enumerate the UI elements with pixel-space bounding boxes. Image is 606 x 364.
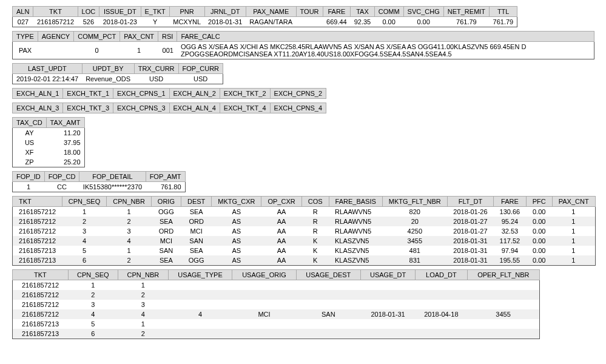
cell: AS bbox=[212, 207, 261, 217]
cell: SEA bbox=[181, 207, 211, 217]
col-e-tkt: E_TKT bbox=[141, 7, 169, 17]
cell: 97.94 bbox=[494, 246, 527, 255]
cell: 761.79 bbox=[490, 17, 517, 27]
cell-fare-calc: OGG AS X/SEA AS X/CHI AS MKC258.45RLAAWV… bbox=[177, 42, 594, 59]
cell: 92.35 bbox=[351, 17, 375, 27]
cell: AA bbox=[261, 255, 301, 266]
col: FARE_BASIS bbox=[329, 197, 382, 207]
cell: 4 bbox=[107, 236, 152, 246]
col: OP_CXR bbox=[261, 197, 301, 207]
cell: 761.79 bbox=[443, 17, 489, 27]
ticket-header-row: 02721618572125262018-01-23YMCXYNL2018-01… bbox=[13, 17, 517, 27]
col: PAX_CNT bbox=[552, 197, 595, 207]
cell: 2018-01-26 bbox=[447, 207, 493, 217]
cell: 2161857212 bbox=[13, 280, 69, 291]
col-jrnl-dt: JRNL_DT bbox=[204, 7, 246, 17]
col-comm: COMM bbox=[374, 7, 403, 17]
fop-row: 1CCIK515380******2370761.80 bbox=[13, 182, 186, 192]
cell: AA bbox=[261, 217, 301, 226]
col: EXCH_TKT_3 bbox=[63, 103, 113, 113]
col-svc-chg: SVC_CHG bbox=[403, 7, 443, 17]
col-fop-curr: FOP_CURR bbox=[178, 64, 223, 74]
exch34-cols: EXCH_ALN_3EXCH_TKT_3EXCH_CPNS_3EXCH_ALN_… bbox=[13, 103, 326, 113]
col-net-remit: NET_REMIT bbox=[443, 7, 489, 17]
col-fare-calc: FARE_CALC bbox=[177, 32, 594, 42]
cell: 11.20 bbox=[46, 128, 84, 138]
cell: SAN bbox=[181, 236, 211, 246]
cell: 0.00 bbox=[526, 217, 552, 226]
cell: K bbox=[301, 255, 329, 266]
cell: 1 bbox=[68, 280, 118, 291]
col-rsi: RSI bbox=[158, 32, 177, 42]
cell: ORD bbox=[181, 217, 211, 226]
col-fop-detail: FOP_DETAIL bbox=[79, 172, 146, 182]
cell: 2018-01-27 bbox=[447, 217, 493, 226]
cell: 2161857213 bbox=[13, 246, 62, 255]
cell: Y bbox=[141, 17, 169, 27]
col-last-updt: LAST_UPDT bbox=[13, 64, 82, 74]
cell: R bbox=[301, 217, 329, 226]
cell bbox=[232, 329, 296, 339]
cell: 6 bbox=[68, 329, 118, 339]
col: MKTG_FLT_NBR bbox=[382, 197, 447, 207]
cell: 1 bbox=[13, 182, 45, 192]
cell: 18.00 bbox=[46, 147, 84, 157]
agency-table: TYPEAGENCYCOMM_PCTPAX_CNTRSIFARE_CALC PA… bbox=[12, 31, 594, 59]
col-pax-name: PAX_NAME bbox=[246, 7, 296, 17]
col: EXCH_ALN_1 bbox=[13, 89, 63, 99]
cell: 2161857212 bbox=[13, 207, 62, 217]
cell bbox=[467, 280, 539, 291]
cell bbox=[296, 319, 361, 329]
agency-cols: TYPEAGENCYCOMM_PCTPAX_CNTRSIFARE_CALC bbox=[13, 32, 594, 42]
col: EXCH_CPNS_4 bbox=[270, 103, 326, 113]
cell: 117.52 bbox=[494, 236, 527, 246]
col: USAGE_ORIG bbox=[232, 270, 296, 280]
cell bbox=[467, 329, 539, 339]
cell bbox=[361, 290, 416, 300]
cell: AS bbox=[212, 246, 261, 255]
cell: 2161857212 bbox=[13, 309, 69, 319]
col: USAGE_TYPE bbox=[168, 270, 232, 280]
cell: CC bbox=[44, 182, 79, 192]
cell: 1 bbox=[107, 207, 152, 217]
cell: MCI bbox=[232, 309, 296, 319]
col: EXCH_CPNS_3 bbox=[113, 103, 169, 113]
col-issue-dt: ISSUE_DT bbox=[99, 7, 141, 17]
cell: 2018-01-31 bbox=[447, 236, 493, 246]
col-fop-id: FOP_ID bbox=[13, 172, 45, 182]
cell: AA bbox=[261, 246, 301, 255]
cell: 831 bbox=[382, 255, 447, 266]
exch12-table: EXCH_ALN_1EXCH_TKT_1EXCH_CPNS_1EXCH_ALN_… bbox=[12, 88, 326, 99]
cell: 20 bbox=[382, 217, 447, 226]
cell: 0.00 bbox=[526, 226, 552, 236]
col: FLT_DT bbox=[447, 197, 493, 207]
cell: K bbox=[301, 246, 329, 255]
cell: 1 bbox=[120, 42, 158, 59]
cell bbox=[296, 300, 361, 309]
cell: 4 bbox=[118, 309, 169, 319]
col: FARE bbox=[494, 197, 527, 207]
cell bbox=[168, 290, 232, 300]
col: EXCH_CPNS_1 bbox=[113, 89, 169, 99]
col-type: TYPE bbox=[13, 32, 38, 42]
cell: R bbox=[301, 226, 329, 236]
col: ORIG bbox=[151, 197, 181, 207]
col: EXCH_TKT_2 bbox=[220, 89, 270, 99]
col: EXCH_ALN_4 bbox=[169, 103, 220, 113]
cell: ZP bbox=[13, 157, 47, 167]
cell: 25.20 bbox=[46, 157, 84, 167]
cell: 3 bbox=[68, 300, 118, 309]
cell: 0.00 bbox=[403, 17, 443, 27]
cell: AS bbox=[212, 236, 261, 246]
cell bbox=[361, 319, 416, 329]
cell: SEA bbox=[151, 217, 181, 226]
cell: 2 bbox=[62, 217, 107, 226]
table-row: 216185721233 bbox=[13, 300, 540, 309]
cell: 1 bbox=[107, 246, 152, 255]
table-row: 216185721233ORDMCIASAARRLAAWVN542502018-… bbox=[13, 226, 596, 236]
cell: AA bbox=[261, 226, 301, 236]
cell bbox=[232, 319, 296, 329]
cell: 481 bbox=[382, 246, 447, 255]
table-row: AY11.20 bbox=[13, 128, 85, 138]
cell: KLASZVN5 bbox=[329, 246, 382, 255]
